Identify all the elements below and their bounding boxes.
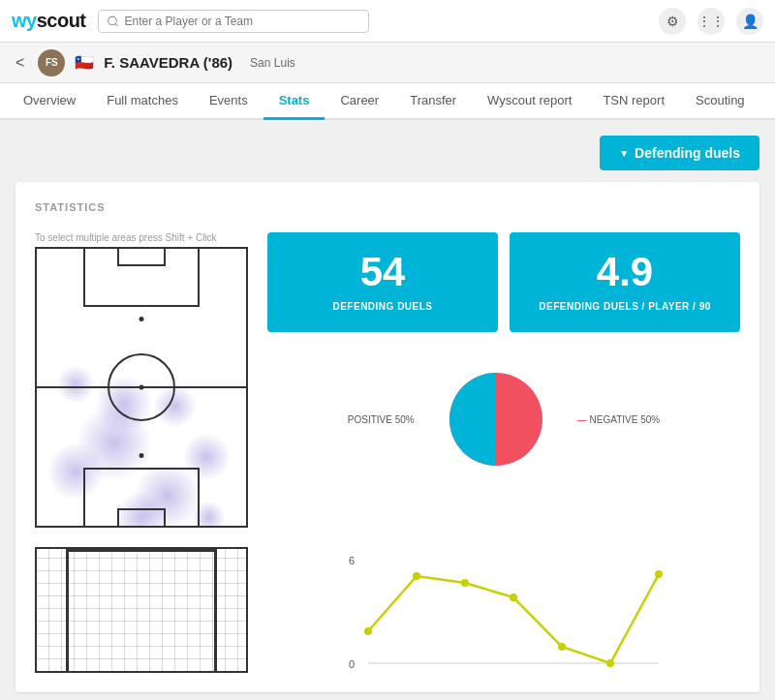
statistics-title: STATISTICS (35, 201, 740, 213)
top-bar-icons: ⚙ ⋮⋮ 👤 (659, 8, 763, 35)
grid-icon[interactable]: ⋮⋮ (698, 8, 725, 35)
line-point-4 (510, 593, 517, 601)
pie-legend-negative: — NEGATIVE 50% (577, 414, 660, 425)
stat-box-label-1: DEFENDING DUELS (287, 300, 479, 313)
back-button[interactable]: < (12, 54, 28, 72)
stat-box-defending-duels-per90: 4.9 DEFENDING DUELS / PLAYER / 90 (510, 232, 740, 332)
line-point-1 (364, 627, 372, 635)
line-point-6 (606, 659, 614, 667)
pie-legend-positive: POSITIVE 50% (348, 414, 415, 425)
y-axis-min: 0 (349, 658, 355, 670)
goal-graphic (35, 547, 248, 673)
line-point-5 (558, 643, 566, 651)
player-bar: < FS 🇨🇱 F. SAAVEDRA ('86) San Luis (0, 43, 775, 83)
field-penalty-spot-bottom (140, 453, 144, 458)
stat-box-defending-duels: 54 DEFENDING DUELS (267, 232, 498, 332)
field-goal-bottom (117, 508, 166, 526)
defending-duels-filter-button[interactable]: Defending duels (600, 136, 760, 170)
tab-events[interactable]: Events (194, 83, 264, 120)
heatmap-blob (56, 365, 95, 404)
player-avatar: FS (38, 49, 65, 76)
soccer-field[interactable] (35, 247, 248, 528)
field-center-dot (140, 385, 144, 390)
positive-legend-label: POSITIVE 50% (348, 414, 415, 425)
line-point-7 (655, 570, 663, 578)
bottom-section: 6 0 (35, 547, 740, 673)
negative-legend-dash: — (577, 414, 590, 425)
stat-box-value-1: 54 (287, 252, 479, 292)
negative-legend-label: NEGATIVE 50% (590, 414, 661, 425)
heatmap-container: To select multiple areas press Shift + C… (35, 232, 248, 528)
player-club: San Luis (250, 56, 295, 70)
filter-bar: Defending duels (16, 136, 760, 170)
line-chart-path (368, 574, 659, 663)
search-bar[interactable] (98, 10, 369, 33)
goal-post-left (66, 549, 69, 671)
main-content: Defending duels STATISTICS To select mul… (0, 120, 775, 700)
tab-full-matches[interactable]: Full matches (91, 83, 194, 120)
goal-crossbar (66, 549, 217, 552)
tab-tsn-report[interactable]: TSN report (587, 83, 680, 120)
player-flag: 🇨🇱 (75, 53, 94, 72)
line-point-3 (461, 579, 469, 587)
search-input[interactable] (125, 15, 360, 28)
stats-numbers: 54 DEFENDING DUELS 4.9 DEFENDING DUELS /… (267, 232, 740, 487)
y-axis-max: 6 (349, 555, 355, 566)
nav-tabs: Overview Full matches Events Stats Caree… (0, 83, 775, 120)
line-chart-container: 6 0 (267, 547, 740, 673)
stats-grid: To select multiple areas press Shift + C… (35, 232, 740, 528)
tab-career[interactable]: Career (325, 83, 394, 120)
tab-scouting[interactable]: Scouting (680, 83, 760, 120)
top-bar: wyscout ⚙ ⋮⋮ 👤 (0, 0, 775, 43)
pie-chart-container: POSITIVE 50% — NEGATIVE 50% (267, 351, 740, 487)
svg-point-0 (108, 16, 116, 25)
tab-overview[interactable]: Overview (8, 83, 91, 120)
settings-icon[interactable]: ⚙ (659, 8, 686, 35)
user-icon[interactable]: 👤 (736, 8, 763, 35)
line-point-2 (413, 572, 420, 580)
tab-transfer[interactable]: Transfer (394, 83, 472, 120)
line-chart: 6 0 (267, 547, 740, 673)
pie-chart (438, 361, 554, 477)
stat-boxes: 54 DEFENDING DUELS 4.9 DEFENDING DUELS /… (267, 232, 740, 332)
field-goal-top (117, 249, 166, 266)
stat-box-label-2: DEFENDING DUELS / PLAYER / 90 (529, 300, 721, 313)
stat-box-value-2: 4.9 (529, 252, 721, 292)
search-icon (107, 15, 119, 28)
field-penalty-spot-top (140, 317, 144, 321)
goal-post-right (214, 549, 217, 671)
tab-stats[interactable]: Stats (264, 83, 326, 120)
statistics-card: STATISTICS To select multiple areas pres… (16, 182, 760, 692)
heatmap-label: To select multiple areas press Shift + C… (35, 232, 248, 243)
tab-wyscout-report[interactable]: Wyscout report (472, 83, 587, 120)
app-logo: wyscout (12, 10, 86, 32)
player-name: F. SAAVEDRA ('86) (104, 54, 232, 71)
